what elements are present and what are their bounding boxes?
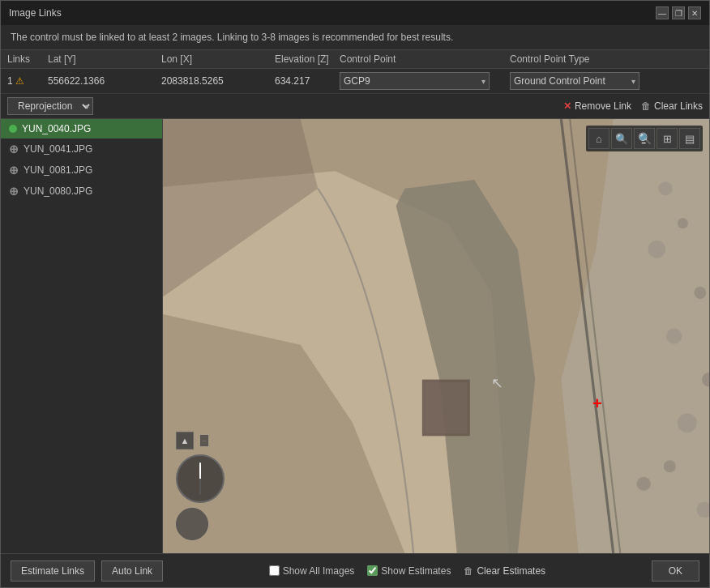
zoom-in-icon: 🔍 (615, 133, 628, 145)
show-estimates-checkbox[interactable] (367, 565, 378, 576)
layer-icon: ▤ (685, 133, 695, 145)
compass-needle (199, 462, 201, 495)
zoom-in-tool-button[interactable]: 🔍 (611, 128, 632, 149)
header-lon: Lon [X] (161, 53, 275, 65)
remove-link-button[interactable]: ✕ Remove Link (563, 100, 631, 112)
map-panel[interactable]: ⌂ 🔍 🔍− ⊞ ▤ ↖ (163, 119, 709, 553)
image-links-dialog: Image Links — ❐ ✕ The control must be li… (0, 0, 710, 588)
svg-point-11 (664, 460, 676, 472)
header-control-point-type: Control Point Type (510, 53, 703, 65)
clear-links-trash-icon: 🗑 (641, 100, 651, 112)
svg-point-4 (658, 181, 672, 195)
info-bar: The control must be linked to at least 2… (1, 25, 709, 50)
title-bar-controls: — ❐ ✕ (656, 6, 701, 19)
clear-estimates-button[interactable]: 🗑 Clear Estimates (464, 565, 545, 577)
zoom-out-icon: 🔍− (638, 132, 652, 145)
svg-rect-15 (425, 382, 468, 433)
dialog-title: Image Links (9, 7, 62, 19)
cell-lon: 2083818.5265 (161, 75, 275, 87)
clear-estimates-trash-icon: 🗑 (464, 565, 473, 577)
link-number: 1 (7, 75, 13, 87)
map-canvas[interactable]: ⌂ 🔍 🔍− ⊞ ▤ ↖ (163, 119, 709, 553)
map-svg (163, 119, 709, 553)
auto-link-button[interactable]: Auto Link (101, 560, 163, 582)
active-dot-icon (9, 125, 17, 133)
reprojection-wrapper: Reprojection (7, 97, 93, 115)
cell-lat: 556622.1366 (48, 75, 161, 87)
home-tool-button[interactable]: ⌂ (588, 128, 609, 149)
crosshair-icon: ⊕ (9, 164, 19, 177)
bottom-bar: Estimate Links Auto Link Show All Images… (1, 553, 709, 587)
reprojection-select[interactable]: Reprojection (7, 97, 93, 115)
table-row: 1 ⚠ 556622.1366 2083818.5265 634.217 GCP… (1, 69, 709, 94)
svg-point-10 (678, 413, 697, 432)
cpt-select-wrapper: Ground Control Point (510, 72, 639, 90)
pan-up-button[interactable]: ▲ (176, 432, 194, 450)
zoom-out-tool-button[interactable]: 🔍− (634, 128, 655, 149)
warning-icon: ⚠ (15, 75, 24, 87)
title-bar: Image Links — ❐ ✕ (1, 1, 709, 25)
restore-button[interactable]: ❐ (672, 6, 685, 19)
mini-map-dots: ·· (200, 435, 208, 446)
image-name-3: YUN_0080.JPG (24, 185, 92, 197)
cell-link-num: 1 ⚠ (7, 75, 48, 87)
adjust-tool-button[interactable]: ⊞ (657, 128, 678, 149)
image-name-0: YUN_0040.JPG (22, 123, 91, 134)
svg-point-6 (648, 241, 665, 258)
control-point-type-select[interactable]: Ground Control Point (510, 72, 639, 90)
crosshair-icon: ⊕ (9, 185, 19, 198)
show-estimates-label[interactable]: Show Estimates (367, 565, 451, 577)
clear-links-button[interactable]: 🗑 Clear Links (641, 100, 703, 112)
show-all-images-text: Show All Images (283, 565, 355, 577)
header-links: Links (7, 53, 48, 65)
control-point-select[interactable]: GCP9 (340, 72, 490, 90)
cell-control-point: GCP9 (340, 72, 510, 90)
compass (176, 454, 225, 503)
home-icon: ⌂ (596, 133, 602, 145)
scale-indicator (176, 508, 208, 540)
header-lat: Lat [Y] (48, 53, 161, 65)
bottom-right: OK (652, 560, 699, 582)
image-list-panel: YUN_0040.JPG ⊕ YUN_0041.JPG ⊕ YUN_0081.J… (1, 119, 163, 553)
header-control-point: Control Point (340, 53, 510, 65)
nav-arrows: ▲ ·· (176, 432, 208, 450)
svg-point-5 (678, 218, 688, 228)
list-item[interactable]: ⊕ YUN_0081.JPG (1, 160, 162, 181)
estimate-links-button[interactable]: Estimate Links (11, 560, 95, 582)
close-button[interactable]: ✕ (688, 6, 701, 19)
layer-tool-button[interactable]: ▤ (679, 128, 700, 149)
list-item[interactable]: ⊕ YUN_0080.JPG (1, 181, 162, 202)
toolbar-row: Reprojection ✕ Remove Link 🗑 Clear Links (1, 94, 709, 119)
clear-estimates-label: Clear Estimates (477, 565, 545, 577)
adjust-icon: ⊞ (663, 133, 672, 145)
nav-overlay: ▲ ·· (176, 432, 225, 540)
header-elevation: Elevation [Z] (275, 53, 340, 65)
list-item[interactable]: ⊕ YUN_0041.JPG (1, 138, 162, 160)
clear-links-label: Clear Links (654, 100, 703, 112)
svg-point-8 (666, 328, 682, 343)
show-all-images-label[interactable]: Show All Images (269, 565, 355, 577)
ok-button[interactable]: OK (652, 560, 699, 582)
remove-link-x-icon: ✕ (563, 100, 571, 112)
table-header: Links Lat [Y] Lon [X] Elevation [Z] Cont… (1, 50, 709, 69)
minimize-button[interactable]: — (656, 6, 669, 19)
remove-link-label: Remove Link (575, 100, 631, 112)
bottom-mid: Show All Images Show Estimates 🗑 Clear E… (269, 565, 545, 577)
image-name-2: YUN_0081.JPG (24, 164, 92, 176)
svg-point-7 (694, 287, 706, 299)
cell-control-point-type: Ground Control Point (510, 72, 703, 90)
show-estimates-text: Show Estimates (381, 565, 451, 577)
show-all-images-checkbox[interactable] (269, 565, 280, 576)
crosshair-icon: ⊕ (9, 143, 19, 156)
toolbar-right: ✕ Remove Link 🗑 Clear Links (563, 100, 703, 112)
svg-point-13 (637, 477, 651, 491)
map-toolbar: ⌂ 🔍 🔍− ⊞ ▤ (586, 126, 703, 151)
list-item[interactable]: YUN_0040.JPG (1, 119, 162, 138)
cell-elevation: 634.217 (275, 75, 340, 87)
toolbar-left: Reprojection (7, 97, 93, 115)
bottom-left: Estimate Links Auto Link (11, 560, 163, 582)
info-message: The control must be linked to at least 2… (11, 32, 453, 43)
cp-select-wrapper: GCP9 (340, 72, 490, 90)
image-name-1: YUN_0041.JPG (24, 143, 92, 155)
main-content: YUN_0040.JPG ⊕ YUN_0041.JPG ⊕ YUN_0081.J… (1, 119, 709, 553)
